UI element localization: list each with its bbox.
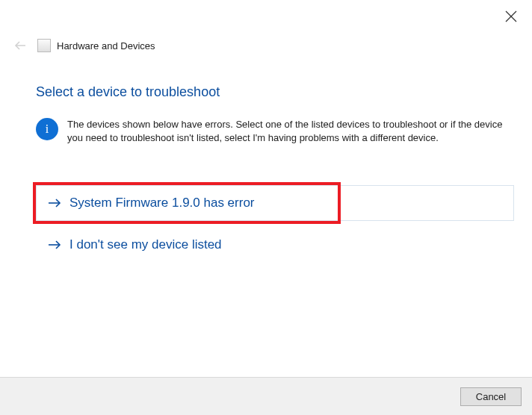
header: Hardware and Devices [13,39,155,52]
info-text: The devices shown below have errors. Sel… [67,118,514,145]
arrow-right-icon [47,196,62,210]
back-arrow-icon [13,39,27,52]
page-heading: Select a device to troubleshoot [36,84,220,100]
cancel-button[interactable]: Cancel [460,387,522,406]
close-icon [505,12,517,25]
option-system-firmware-error[interactable]: System Firmware 1.9.0 has error [36,185,514,221]
info-row: i The devices shown below have errors. S… [36,118,514,145]
option-label: I don't see my device listed [69,237,222,252]
footer: Cancel [0,377,532,415]
arrow-right-icon [47,237,62,252]
option-device-not-listed[interactable]: I don't see my device listed [36,227,514,263]
window-title: Hardware and Devices [57,40,155,52]
info-icon: i [36,118,58,140]
close-button[interactable] [505,10,517,22]
option-label: System Firmware 1.9.0 has error [69,196,255,210]
troubleshooter-icon [37,39,51,52]
